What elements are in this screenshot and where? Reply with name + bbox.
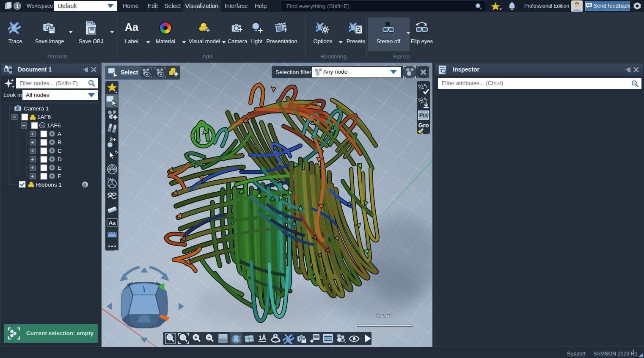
svg-text:2 nm: 2 nm [376, 312, 391, 319]
svg-text:Gro: Gro [418, 122, 429, 129]
svg-text:OBJ: OBJ [87, 22, 93, 25]
svg-text:Ribbons 1: Ribbons 1 [36, 182, 62, 188]
svg-text:F: F [58, 173, 61, 179]
svg-text:1Å: 1Å [259, 334, 266, 341]
svg-text:IP(x): IP(x) [418, 113, 429, 118]
svg-text:E: E [58, 165, 61, 171]
svg-text:Camera 1: Camera 1 [24, 105, 49, 112]
svg-text:1AF6: 1AF6 [37, 114, 51, 120]
svg-text:C: C [58, 148, 62, 154]
svg-text:1AF6: 1AF6 [47, 122, 61, 129]
svg-text:M: M [41, 124, 44, 127]
svg-text:2+: 2+ [110, 136, 116, 143]
svg-text:1: 1 [16, 3, 19, 9]
svg-text:B: B [58, 139, 61, 146]
svg-text:Aa: Aa [125, 21, 139, 33]
svg-text:Aa: Aa [109, 220, 116, 226]
svg-text:D: D [58, 156, 62, 162]
svg-text:A: A [58, 131, 61, 137]
